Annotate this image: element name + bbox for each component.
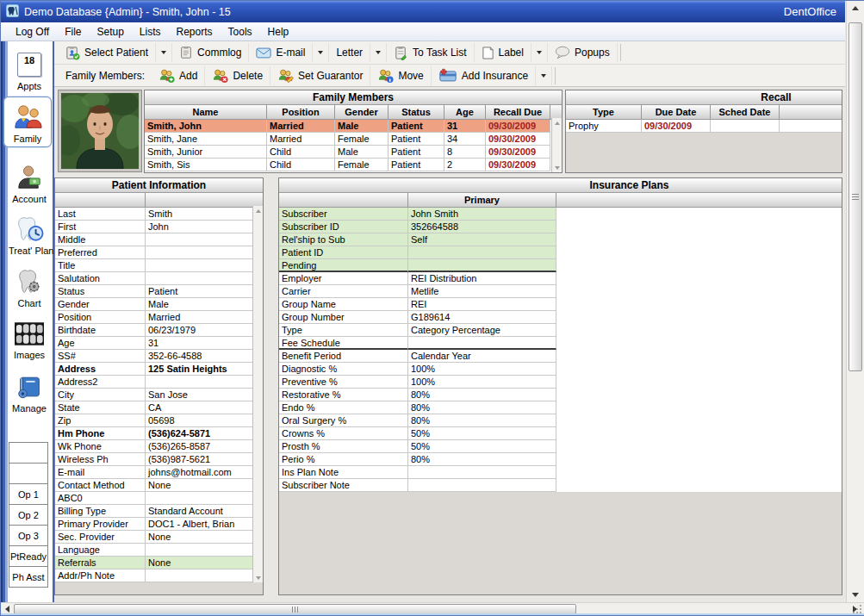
toolbar-button-set-guarantor[interactable]: Set Guarantor	[270, 66, 370, 85]
field-row-city[interactable]: CitySan Jose	[55, 389, 252, 401]
scroll-up-arrow-icon[interactable]	[253, 206, 263, 216]
field-row-subscriber[interactable]: SubscriberJohn Smith	[279, 208, 842, 221]
toolbar-button-letter[interactable]: Letter	[329, 43, 370, 62]
toolbar-button-popups[interactable]: Popups	[548, 43, 618, 62]
field-row-hm-phone[interactable]: Hm Phone(536)624-5871	[55, 427, 252, 440]
field-row-type[interactable]: TypeCategory Percentage	[279, 324, 842, 337]
field-row-carrier[interactable]: CarrierMetlife	[279, 285, 842, 298]
field-row-preventive[interactable]: Preventive %100%	[279, 376, 842, 389]
sidebar-item-chart[interactable]: Chart	[9, 266, 50, 308]
field-row-first[interactable]: FirstJohn	[55, 221, 252, 233]
toolbar-dropdown-letter[interactable]	[370, 43, 387, 62]
field-row-restorative[interactable]: Restorative %80%	[279, 389, 842, 401]
field-row-subscriber-id[interactable]: Subscriber ID352664588	[279, 221, 842, 233]
toolbar-button-delete[interactable]: Delete	[205, 66, 270, 85]
field-row-e-mail[interactable]: E-mailjohns@hotmail.com	[55, 466, 252, 479]
toolbar-button-label[interactable]: Label	[475, 43, 531, 62]
vertical-scrollbar[interactable]	[846, 1, 864, 602]
field-row-referrals[interactable]: ReferralsNone	[55, 557, 252, 569]
field-row-title[interactable]: Title	[55, 259, 252, 272]
field-row-status[interactable]: StatusPatient	[55, 285, 252, 298]
sidebar-item-account[interactable]: Account	[9, 162, 50, 204]
field-row-address[interactable]: Address125 Satin Heights	[55, 363, 252, 376]
family-grid-scrollbar[interactable]	[551, 118, 562, 172]
field-row-wireless-ph[interactable]: Wireless Ph(536)987-5621	[55, 453, 252, 466]
field-row-preferred[interactable]: Preferred	[55, 246, 252, 259]
scroll-down-arrow-icon[interactable]	[253, 572, 263, 582]
field-row-group-name[interactable]: Group NameREI	[279, 298, 842, 311]
field-row-subscriber-note[interactable]: Subscriber Note	[279, 479, 842, 492]
family-member-row[interactable]: Smith, JaneMarriedFemalePatient3409/30/2…	[145, 133, 562, 146]
toolbar-dropdown-e-mail[interactable]	[313, 43, 329, 62]
menu-item-setup[interactable]: Setup	[89, 24, 131, 40]
resize-grip[interactable]	[851, 602, 862, 613]
field-row-rel-ship-to-sub[interactable]: Rel'ship to SubSelf	[279, 233, 842, 246]
toolbar-dropdown-label[interactable]	[531, 43, 548, 62]
scroll-up-arrow-icon[interactable]	[848, 3, 862, 14]
vertical-scroll-thumb[interactable]	[848, 22, 862, 371]
field-row-last[interactable]: LastSmith	[55, 208, 252, 221]
field-row-salutation[interactable]: Salutation	[55, 272, 252, 285]
scroll-down-arrow-icon[interactable]	[552, 162, 562, 172]
family-member-row[interactable]: Smith, JuniorChildMalePatient809/30/2009	[145, 146, 562, 159]
field-row-oral-surgery[interactable]: Oral Surgery %80%	[279, 414, 842, 427]
recall-row[interactable]: Prophy09/30/2009	[566, 120, 842, 133]
field-row-patient-id[interactable]: Patient ID	[279, 246, 842, 259]
field-row-position[interactable]: PositionMarried	[55, 311, 252, 324]
field-row-zip[interactable]: Zip05698	[55, 414, 252, 427]
field-row-perio[interactable]: Perio %80%	[279, 453, 842, 466]
menu-item-help[interactable]: Help	[260, 24, 297, 40]
field-row-diagnostic[interactable]: Diagnostic %100%	[279, 363, 842, 376]
menu-item-reports[interactable]: Reports	[169, 24, 221, 40]
field-row-sec-provider[interactable]: Sec. ProviderNone	[55, 531, 252, 544]
patient-photo[interactable]	[58, 90, 142, 172]
patient-grid-scrollbar[interactable]	[252, 206, 263, 582]
field-row-prosth[interactable]: Prosth %50%	[279, 440, 842, 453]
field-row-contact-method[interactable]: Contact MethodNone	[55, 479, 252, 492]
op-button-ptready[interactable]: PtReady	[9, 545, 48, 567]
scroll-up-arrow-icon[interactable]	[552, 118, 562, 128]
family-member-row[interactable]: Smith, JohnMarriedMalePatient3109/30/200…	[145, 120, 562, 133]
field-row-addr-ph-note[interactable]: Addr/Ph Note	[55, 569, 252, 582]
field-row-ss[interactable]: SS#352-66-4588	[55, 350, 252, 363]
field-row-language[interactable]: Language	[55, 544, 252, 557]
field-row-benefit-period[interactable]: Benefit PeriodCalendar Year	[279, 350, 842, 363]
field-row-billing-type[interactable]: Billing TypeStandard Account	[55, 505, 252, 518]
toolbar-button-add[interactable]: Add	[152, 66, 205, 85]
field-row-birthdate[interactable]: Birthdate06/23/1979	[55, 324, 252, 337]
op-button-op-1[interactable]: Op 1	[9, 483, 48, 505]
op-button-empty-2[interactable]	[9, 463, 48, 484]
family-member-row[interactable]: Smith, SisChildFemalePatient209/30/2009	[145, 159, 562, 171]
menu-item-lists[interactable]: Lists	[132, 24, 169, 40]
sidebar-item-family[interactable]: Family	[3, 96, 52, 147]
toolbar-button-commlog[interactable]: Commlog	[172, 43, 249, 62]
field-row-address2[interactable]: Address2	[55, 376, 252, 389]
sidebar-item-manage[interactable]: Manage	[9, 371, 50, 414]
toolbar-button-add-insurance[interactable]: Add Insurance	[432, 66, 536, 85]
toolbar-dropdown-select-patient[interactable]	[156, 43, 172, 62]
field-row-group-number[interactable]: Group NumberG189614	[279, 311, 842, 324]
toolbar-dropdown-add-insurance[interactable]	[536, 66, 552, 85]
op-button-empty-1[interactable]	[9, 442, 48, 464]
field-row-crowns[interactable]: Crowns %50%	[279, 427, 842, 440]
sidebar-item-treat-plan[interactable]: Treat' Plan	[9, 214, 50, 256]
field-row-wk-phone[interactable]: Wk Phone(536)265-8587	[55, 440, 252, 453]
menu-item-log-off[interactable]: Log Off	[8, 24, 57, 40]
field-row-ins-plan-note[interactable]: Ins Plan Note	[279, 466, 842, 479]
op-button-op-2[interactable]: Op 2	[9, 504, 48, 526]
menu-item-tools[interactable]: Tools	[221, 24, 260, 40]
menu-item-file[interactable]: File	[57, 24, 89, 40]
field-row-middle[interactable]: Middle	[55, 233, 252, 246]
field-row-employer[interactable]: EmployerREI Distribution	[279, 272, 842, 285]
field-row-pending[interactable]: Pending	[279, 259, 842, 272]
field-row-primary-provider[interactable]: Primary ProviderDOC1 - Albert, Brian	[55, 518, 252, 531]
field-row-state[interactable]: StateCA	[55, 401, 252, 414]
sidebar-item-images[interactable]: Images	[9, 318, 50, 360]
scroll-down-arrow-icon[interactable]	[848, 589, 862, 600]
field-row-abc0[interactable]: ABC0	[55, 492, 252, 505]
sidebar-item-appts[interactable]: 18Appts	[9, 49, 50, 91]
toolbar-button-select-patient[interactable]: Select Patient	[59, 43, 156, 62]
field-row-fee-schedule[interactable]: Fee Schedule	[279, 337, 842, 350]
toolbar-button-move[interactable]: Move	[370, 66, 431, 85]
toolbar-button-to-task-list[interactable]: To Task List	[387, 43, 474, 62]
